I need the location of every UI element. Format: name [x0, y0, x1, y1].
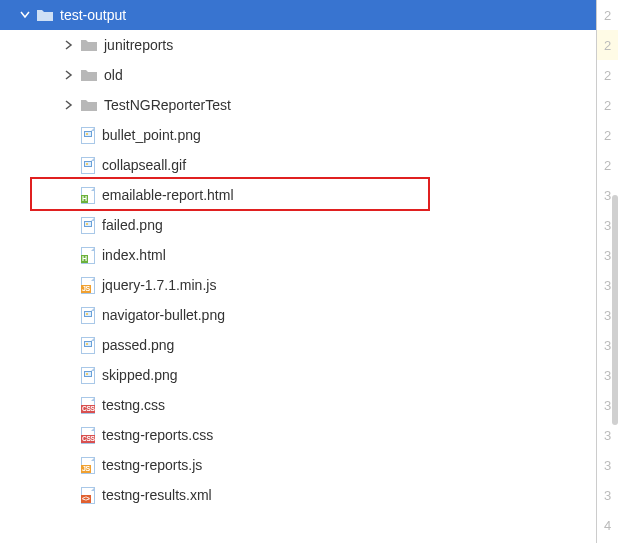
tree-item-label: old [104, 67, 123, 83]
tree-file[interactable]: CSStestng.css [0, 390, 596, 420]
gutter-cell: 2 [597, 150, 618, 180]
gutter-cell: 4 [597, 510, 618, 540]
tree-file[interactable]: JStestng-reports.js [0, 450, 596, 480]
gutter-cell: 3 [597, 480, 618, 510]
gutter-cell: 2 [597, 120, 618, 150]
line-gutter: 222222333333333334 [596, 0, 618, 543]
tree-item-label: jquery-1.7.1.min.js [102, 277, 216, 293]
gutter-cell: 2 [597, 0, 618, 30]
tree-item-label: testng.css [102, 397, 165, 413]
folder-icon [80, 66, 98, 84]
tree-root[interactable]: test-output [0, 0, 596, 30]
file-icon: <> [80, 486, 96, 504]
tree-file[interactable]: failed.png [0, 210, 596, 240]
chevron-down-icon[interactable] [18, 10, 32, 20]
tree-item-label: passed.png [102, 337, 174, 353]
gutter-cell: 2 [597, 60, 618, 90]
file-icon [80, 156, 96, 174]
tree-item-label: test-output [60, 7, 126, 23]
tree-item-label: failed.png [102, 217, 163, 233]
tree-item-label: junitreports [104, 37, 173, 53]
tree-file[interactable]: collapseall.gif [0, 150, 596, 180]
tree-item-label: testng-results.xml [102, 487, 212, 503]
tree-folder[interactable]: junitreports [0, 30, 596, 60]
tree-item-label: bullet_point.png [102, 127, 201, 143]
file-icon [80, 306, 96, 324]
tree-file[interactable]: passed.png [0, 330, 596, 360]
tree-file[interactable]: <>testng-results.xml [0, 480, 596, 510]
tree-item-label: testng-reports.js [102, 457, 202, 473]
scrollbar-thumb[interactable] [612, 195, 618, 425]
tree-file[interactable]: CSStestng-reports.css [0, 420, 596, 450]
gutter-cell: 2 [597, 90, 618, 120]
file-icon [80, 126, 96, 144]
folder-icon [36, 6, 54, 24]
tree-item-label: navigator-bullet.png [102, 307, 225, 323]
file-icon: CSS [80, 396, 96, 414]
tree-file[interactable]: JSjquery-1.7.1.min.js [0, 270, 596, 300]
tree-item-label: testng-reports.css [102, 427, 213, 443]
chevron-right-icon[interactable] [62, 40, 76, 50]
tree-folder[interactable]: TestNGReporterTest [0, 90, 596, 120]
folder-icon [80, 36, 98, 54]
file-icon [80, 336, 96, 354]
file-icon: JS [80, 456, 96, 474]
gutter-cell: 2 [597, 30, 618, 60]
file-icon: JS [80, 276, 96, 294]
chevron-right-icon[interactable] [62, 100, 76, 110]
file-icon: H [80, 246, 96, 264]
chevron-right-icon[interactable] [62, 70, 76, 80]
file-icon [80, 216, 96, 234]
folder-icon [80, 96, 98, 114]
file-icon [80, 366, 96, 384]
tree-item-label: emailable-report.html [102, 187, 234, 203]
tree-file[interactable]: Hemailable-report.html [0, 180, 596, 210]
tree-file[interactable]: skipped.png [0, 360, 596, 390]
file-icon: CSS [80, 426, 96, 444]
tree-item-label: index.html [102, 247, 166, 263]
tree-file[interactable]: bullet_point.png [0, 120, 596, 150]
tree-file[interactable]: navigator-bullet.png [0, 300, 596, 330]
tree-item-label: TestNGReporterTest [104, 97, 231, 113]
gutter-cell: 3 [597, 450, 618, 480]
file-icon: H [80, 186, 96, 204]
file-tree[interactable]: test-outputjunitreportsoldTestNGReporter… [0, 0, 596, 543]
tree-item-label: collapseall.gif [102, 157, 186, 173]
tree-file[interactable]: Hindex.html [0, 240, 596, 270]
tree-folder[interactable]: old [0, 60, 596, 90]
tree-item-label: skipped.png [102, 367, 178, 383]
